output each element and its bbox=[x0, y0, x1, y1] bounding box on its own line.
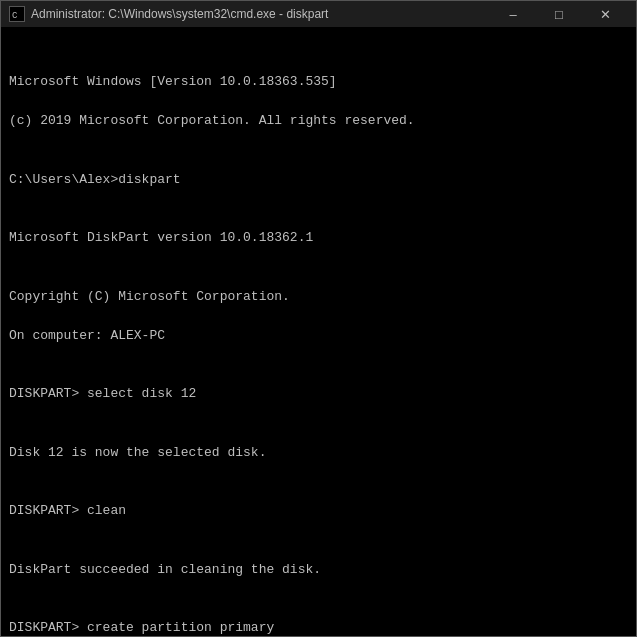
console-line: Microsoft Windows [Version 10.0.18363.53… bbox=[9, 72, 628, 92]
console-line: On computer: ALEX-PC bbox=[9, 326, 628, 346]
console-line bbox=[9, 423, 628, 443]
title-bar: C Administrator: C:\Windows\system32\cmd… bbox=[1, 1, 636, 27]
console-line: Copyright (C) Microsoft Corporation. bbox=[9, 287, 628, 307]
console-line bbox=[9, 365, 628, 385]
console-line bbox=[9, 209, 628, 229]
title-bar-controls: – □ ✕ bbox=[490, 1, 628, 27]
console-line: Disk 12 is now the selected disk. bbox=[9, 443, 628, 463]
cmd-icon: C bbox=[9, 6, 25, 22]
console-output[interactable]: Microsoft Windows [Version 10.0.18363.53… bbox=[1, 27, 636, 636]
console-line: DISKPART> create partition primary bbox=[9, 618, 628, 636]
console-line: DISKPART> select disk 12 bbox=[9, 384, 628, 404]
console-line bbox=[9, 150, 628, 170]
console-line: DISKPART> clean bbox=[9, 501, 628, 521]
minimize-button[interactable]: – bbox=[490, 1, 536, 27]
console-line: DiskPart succeeded in cleaning the disk. bbox=[9, 560, 628, 580]
console-line bbox=[9, 599, 628, 619]
cmd-window: C Administrator: C:\Windows\system32\cmd… bbox=[0, 0, 637, 637]
console-line: Microsoft DiskPart version 10.0.18362.1 bbox=[9, 228, 628, 248]
console-line bbox=[9, 540, 628, 560]
console-line: (c) 2019 Microsoft Corporation. All righ… bbox=[9, 111, 628, 131]
console-line bbox=[9, 482, 628, 502]
svg-text:C: C bbox=[12, 11, 18, 20]
title-bar-text: Administrator: C:\Windows\system32\cmd.e… bbox=[31, 7, 490, 21]
console-line bbox=[9, 267, 628, 287]
console-line: C:\Users\Alex>diskpart bbox=[9, 170, 628, 190]
close-button[interactable]: ✕ bbox=[582, 1, 628, 27]
maximize-button[interactable]: □ bbox=[536, 1, 582, 27]
